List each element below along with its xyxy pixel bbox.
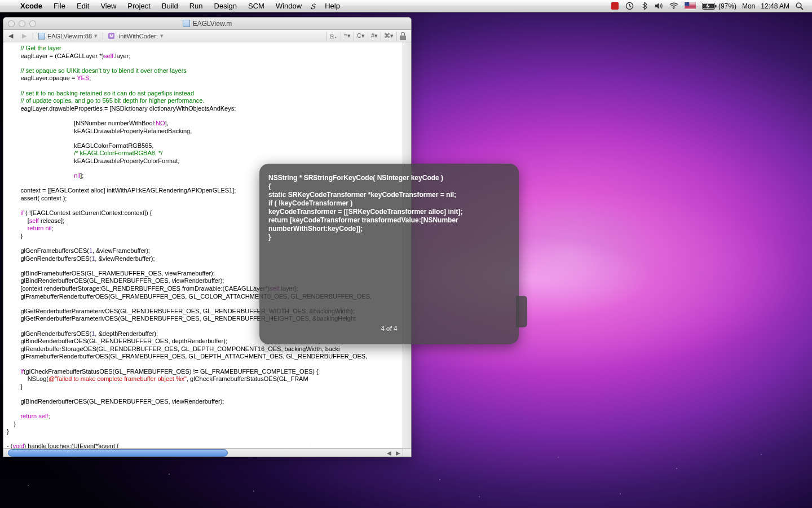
hud-tab[interactable]	[516, 296, 527, 327]
scrollbar-thumb[interactable]	[8, 449, 228, 457]
svg-point-1	[673, 8, 674, 9]
svg-rect-3	[685, 2, 689, 6]
clock-time[interactable]: 12:48 AM	[761, 2, 789, 10]
menu-help[interactable]: Help	[319, 0, 346, 12]
nav-action-4[interactable]: #▾	[368, 32, 381, 41]
zoom-button[interactable]	[29, 20, 36, 27]
titlebar[interactable]: EAGLView.m	[3, 17, 411, 30]
navigation-bar: ◀ ▶ EAGLView.m:88 ▾ M-initWithCoder: ▾ ⎘…	[3, 30, 411, 42]
lock-icon	[400, 32, 406, 40]
traffic-lights	[8, 20, 36, 27]
nav-action-3[interactable]: C▾	[354, 32, 368, 41]
resize-handle[interactable]	[403, 449, 411, 457]
app-menu[interactable]: Xcode	[15, 0, 48, 12]
menu-build[interactable]: Build	[156, 0, 184, 12]
clock-day[interactable]: Mon	[742, 2, 755, 10]
battery-icon[interactable]: (97%)	[702, 2, 736, 11]
menu-project[interactable]: Project	[122, 0, 156, 12]
svg-rect-6	[689, 5, 695, 6]
svg-rect-12	[715, 5, 717, 7]
scroll-right-button[interactable]: ▶	[394, 449, 403, 457]
menu-edit[interactable]: Edit	[71, 0, 95, 12]
menulet-icon[interactable]	[611, 2, 620, 11]
svg-rect-4	[689, 3, 695, 3]
nav-action-5[interactable]: ⌘▾	[381, 32, 396, 41]
symbol-breadcrumb[interactable]: M-initWithCoder: ▾	[107, 32, 165, 40]
bluetooth-icon[interactable]	[640, 2, 649, 11]
hud-content: NSString * SRStringForKeyCode( NSInteger…	[268, 174, 510, 242]
lock-button[interactable]	[396, 32, 409, 41]
svg-rect-7	[685, 6, 696, 7]
spotlight-icon[interactable]	[795, 2, 804, 11]
menubar: Xcode File Edit View Project Build Run D…	[0, 0, 812, 12]
horizontal-scrollbar[interactable]: ◀ ▶	[3, 448, 411, 457]
svg-rect-5	[689, 4, 695, 5]
svg-rect-8	[685, 7, 696, 8]
window-title: EAGLView.m	[193, 20, 232, 28]
menu-file[interactable]: File	[48, 0, 71, 12]
nav-action-1[interactable]: ⎘▾	[326, 32, 341, 41]
menu-run[interactable]: Run	[184, 0, 209, 12]
apple-menu[interactable]	[7, 0, 15, 12]
clipboard-hud[interactable]: NSString * SRStringForKeyCode( NSInteger…	[259, 164, 519, 344]
time-machine-icon[interactable]	[625, 2, 634, 11]
nav-action-2[interactable]: ≡▾	[341, 32, 354, 41]
menu-scm[interactable]: SCM	[242, 0, 270, 12]
menu-design[interactable]: Design	[209, 0, 242, 12]
svg-rect-9	[685, 8, 696, 9]
close-button[interactable]	[8, 20, 15, 27]
minimize-button[interactable]	[19, 20, 25, 27]
file-breadcrumb[interactable]: EAGLView.m:88 ▾	[37, 32, 99, 40]
file-icon	[183, 20, 190, 27]
scroll-left-button[interactable]: ◀	[385, 449, 394, 457]
nav-back-button[interactable]: ◀	[6, 32, 16, 41]
svg-line-14	[801, 7, 803, 10]
script-menu-icon[interactable]: 𝓢	[307, 0, 319, 12]
nav-forward-button[interactable]: ▶	[19, 32, 29, 41]
hud-counter: 4 of 4	[381, 325, 398, 333]
menu-window[interactable]: Window	[270, 0, 307, 12]
file-icon	[38, 33, 45, 40]
wifi-icon[interactable]	[669, 2, 678, 11]
svg-point-13	[796, 3, 801, 8]
volume-icon[interactable]	[655, 2, 664, 11]
menu-view[interactable]: View	[95, 0, 122, 12]
method-icon: M	[108, 33, 114, 39]
input-source-icon[interactable]	[684, 2, 696, 11]
